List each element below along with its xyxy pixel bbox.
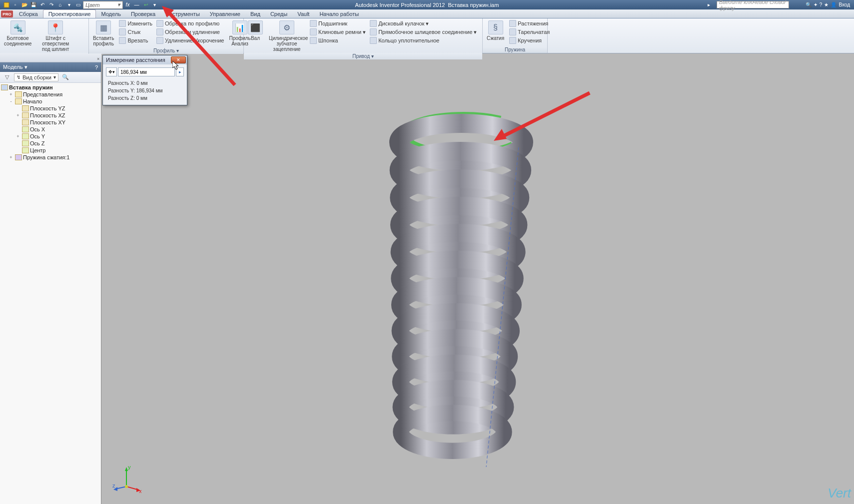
folder-icon [15,98,22,104]
tab-getstarted[interactable]: Начало работы [314,10,364,18]
undo-icon[interactable]: ↶ [38,0,46,9]
tab-assembly[interactable]: Сборка [14,10,43,18]
ribbon: 🔩Болтовое соединение 📍Штифт с отверстием… [0,18,854,53]
star-icon[interactable]: ★ [824,2,829,7]
tab-tools[interactable]: Инструменты [160,10,205,18]
bell-icon [509,28,516,35]
spring-icon: § [488,20,503,34]
new-icon[interactable]: ▫ [11,0,19,9]
key-button[interactable]: Шпонка [309,36,367,44]
dialog-titlebar[interactable]: Измерение расстояния ✕ [103,55,187,64]
redo-icon[interactable]: ↷ [47,0,55,9]
search-go-icon[interactable]: 🔍 [806,2,812,7]
tab-manage[interactable]: Управление [205,10,245,18]
svg-text:x: x [139,488,141,494]
plane-icon [22,105,29,111]
qat-sep-icon[interactable]: — [132,0,141,9]
filter-icon[interactable]: ▽ [3,73,11,81]
qat-more-icon[interactable]: ▾ [65,0,73,9]
distance-field[interactable]: 186,934 мм [118,67,175,76]
comm-icon[interactable]: ✦ [814,2,818,7]
tab-view[interactable]: Вид [245,10,265,18]
disc-cam-button[interactable]: Дисковый кулачок ▾ [369,19,478,27]
return-icon[interactable]: ↩ [141,0,150,9]
panel-frame: ▦Вставить профиль Изменить Стык Врезать … [89,18,244,53]
help-icon[interactable]: ? [820,2,823,7]
svg-text:z: z [112,483,115,489]
tree-node[interactable]: +Представления [1,91,100,98]
panel-power: ⬛Вал ⚙Цилиндрическое зубчатое зацепление… [244,18,483,53]
bolt-connection-button[interactable]: 🔩Болтовое соединение [2,19,33,47]
notch-button[interactable]: Врезать [118,36,153,44]
trim-icon [156,20,163,27]
bearing-button[interactable]: Подшипник [309,19,367,27]
trim-to-frame-button[interactable]: Обрезка по профилю [155,19,225,27]
trim-extend-button[interactable]: Обрезка и удлинение [155,28,225,36]
insert-frame-button[interactable]: ▦Вставить профиль [91,19,116,47]
ext-icon [509,20,516,27]
spring-icon [15,154,22,160]
assembly-icon [1,84,8,90]
home-icon[interactable]: ⌂ [56,0,64,9]
tree-node[interactable]: Плоскость YZ [1,105,100,112]
field-flyout-button[interactable]: ▸ [176,67,184,76]
browser-toolbar: ▽ ↯ Вид сборки ▾ 🔍 [0,72,101,83]
pin-icon: 📍 [48,20,63,34]
tab-model[interactable]: Модель [96,10,125,18]
tree-node[interactable]: +Ось Y [1,133,100,140]
panel-title-frame[interactable]: Профиль ▾ [89,47,243,54]
tree-node[interactable]: Плоскость XY [1,119,100,126]
oring-button[interactable]: Кольцо уплотнительное [369,36,478,44]
tree-node[interactable]: Ось Z [1,140,100,147]
app-menu-icon[interactable] [2,0,10,9]
extension-spring-button[interactable]: Растяжения [508,19,551,27]
search-input[interactable]: Введите ключевое слово/фразу [717,1,789,8]
tree-node[interactable]: Центр [1,147,100,154]
pin-button[interactable]: 📍Штифт с отверстием под шплинт [35,19,75,53]
user-icon[interactable]: 👤 [831,2,837,7]
spur-gear-button[interactable]: ⚙Цилиндрическое зубчатое зацепление [267,19,307,53]
color-combo[interactable]: Цвет▾ [83,1,123,9]
tab-environments[interactable]: Среды [265,10,292,18]
tree-node[interactable]: Ось X [1,126,100,133]
fx-icon[interactable]: fx [123,0,132,9]
title-expand-icon[interactable]: ▸ [705,0,713,9]
qat-dropdown-icon[interactable]: ▾ [150,0,159,9]
pro-badge: PRO [1,10,13,17]
vbelt-button[interactable]: Клиновые ремни ▾ [309,28,367,36]
tab-inspect[interactable]: Проверка [126,10,160,18]
browser-strip [0,53,101,62]
dialog-close-button[interactable]: ✕ [171,56,186,63]
spline-button[interactable]: Прямобочное шлицевое соединение ▾ [369,28,478,36]
panel-title-power[interactable]: Привод ▾ [244,53,482,59]
lengthen-button[interactable]: Удлинение/Укорочение [155,36,225,44]
view-mode-combo[interactable]: ↯ Вид сборки ▾ [14,73,58,81]
browser-header[interactable]: Модель ▾ ? [0,62,101,72]
compression-spring-button[interactable]: §Сжатия [485,19,506,42]
torsion-spring-button[interactable]: Кручения [508,36,551,44]
view-triad: y x z [111,464,141,494]
tree-node[interactable]: +Пружина сжатия:1 [1,154,100,161]
viewport[interactable]: y x z Vert [101,62,854,504]
select-icon[interactable]: ▭ [74,0,82,9]
trimext-icon [156,28,163,35]
change-button[interactable]: Изменить [118,19,153,27]
pick-mode-button[interactable]: ✥▾ [106,67,117,76]
login-button[interactable]: Вход [839,2,850,7]
find-icon[interactable]: 🔍 [61,73,69,81]
belleville-button[interactable]: Тарельчатая [508,28,551,36]
miter-button[interactable]: Стык [118,28,153,36]
tree-node[interactable]: -Начало [1,98,100,105]
save-icon[interactable]: 💾 [29,0,37,9]
axis-icon [22,140,29,146]
tree-node[interactable]: +Плоскость XZ [1,112,100,119]
tab-design[interactable]: Проектирование [43,9,96,18]
shaft-button[interactable]: ⬛Вал [246,19,265,42]
shaft-icon: ⬛ [248,20,263,34]
tree-root[interactable]: Вставка пружин [1,84,100,91]
browser-help-icon[interactable]: ? [95,64,98,70]
tab-vault[interactable]: Vault [292,10,314,18]
browser-close-icon[interactable]: × [97,56,102,61]
cam-icon [370,20,377,27]
open-icon[interactable]: 📂 [20,0,28,9]
